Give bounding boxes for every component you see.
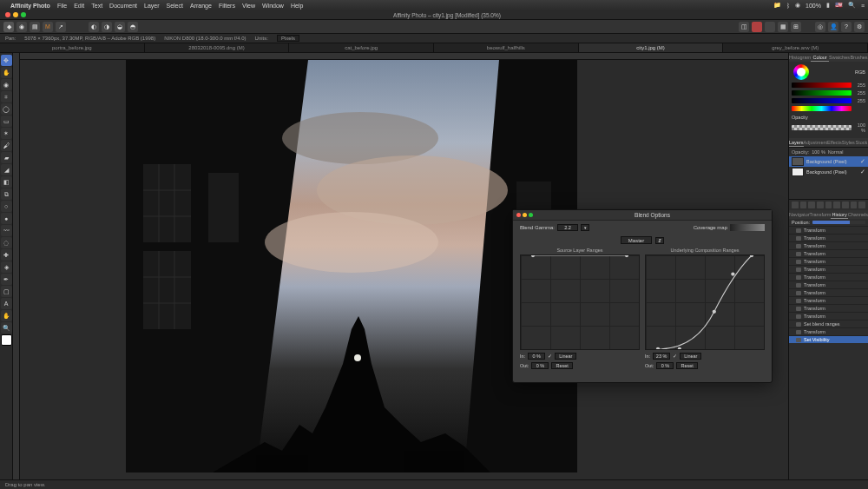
dialog-close-button[interactable]: [516, 213, 521, 217]
text-tool-icon[interactable]: A: [1, 298, 12, 309]
blend-gamma-input[interactable]: 2.2: [557, 224, 578, 231]
canvas-area[interactable]: Blend Options Blend Gamma: 2.2 ▾ Coverag…: [13, 53, 788, 479]
under-out-value[interactable]: 0 %: [656, 362, 674, 369]
history-item[interactable]: Transform: [789, 234, 868, 241]
mask-icon[interactable]: [792, 202, 799, 208]
tone-mapping-persona-icon[interactable]: M: [43, 22, 53, 32]
menu-document[interactable]: Document: [109, 3, 137, 9]
history-item[interactable]: Transform: [789, 257, 868, 265]
blur-tool-icon[interactable]: ◌: [1, 237, 12, 248]
history-item[interactable]: Transform: [789, 281, 868, 288]
context-units[interactable]: Pixels: [277, 35, 299, 42]
zoom-tool-icon[interactable]: 🔍: [1, 322, 12, 334]
menu-select[interactable]: Select: [167, 3, 183, 9]
tab-1[interactable]: 28032018-0095.dng (M): [145, 43, 290, 52]
src-in-value[interactable]: 0 %: [528, 353, 545, 360]
swatch-bg-icon[interactable]: [765, 22, 775, 32]
blend-options-dialog[interactable]: Blend Options Blend Gamma: 2.2 ▾ Coverag…: [512, 209, 773, 383]
pen-tool-icon[interactable]: ✒: [1, 274, 12, 285]
swatch-fg-icon[interactable]: [752, 22, 762, 32]
colour-swatch-icon[interactable]: [1, 334, 12, 346]
inpainting-tool-icon[interactable]: ◈: [1, 261, 12, 273]
blend-ranges-icon[interactable]: [851, 202, 858, 208]
tab-history[interactable]: History: [831, 210, 847, 219]
selection-brush-tool-icon[interactable]: ◯: [1, 103, 12, 115]
dialog-titlebar[interactable]: Blend Options: [513, 210, 772, 221]
history-item[interactable]: Transform: [789, 296, 868, 304]
export-persona-icon[interactable]: ↗: [56, 22, 66, 32]
app-name[interactable]: Affinity Photo: [10, 3, 50, 9]
colour-well-icon[interactable]: [793, 64, 809, 80]
group-icon[interactable]: [825, 202, 832, 208]
hue-slider[interactable]: [792, 106, 852, 111]
channel-master-select[interactable]: Master: [621, 236, 652, 244]
visibility-checkbox-icon[interactable]: ✓: [860, 169, 865, 175]
tab-4[interactable]: city1.jpg (M): [579, 43, 724, 52]
tab-5[interactable]: grey_before.arw (M): [723, 43, 868, 52]
history-item[interactable]: Transform: [789, 288, 868, 296]
account-icon[interactable]: 👤: [828, 22, 838, 32]
tab-adjustment[interactable]: Adjustment: [804, 138, 828, 147]
prefs-icon[interactable]: ⚙: [854, 22, 865, 32]
burn-tool-icon[interactable]: ●: [1, 213, 12, 224]
snap-icon[interactable]: ⊞: [791, 22, 801, 32]
history-item[interactable]: Transform: [789, 241, 868, 249]
paint-brush-tool-icon[interactable]: 🖌: [1, 140, 12, 151]
marquee-tool-icon[interactable]: ▭: [1, 116, 12, 127]
erase-tool-icon[interactable]: ◧: [1, 176, 12, 188]
healing-tool-icon[interactable]: ✚: [1, 249, 12, 261]
history-item[interactable]: Transform: [789, 265, 868, 273]
r-slider[interactable]: [792, 83, 852, 88]
history-item[interactable]: Transform: [789, 327, 868, 335]
move-tool-icon[interactable]: ✥: [1, 55, 12, 66]
photo-persona-icon[interactable]: ◆: [3, 22, 14, 32]
b-value[interactable]: 255: [853, 98, 865, 103]
visibility-checkbox-icon[interactable]: ✓: [860, 158, 865, 165]
autocontrast-icon[interactable]: ◑: [102, 22, 112, 32]
rectangle-tool-icon[interactable]: ▢: [1, 286, 12, 297]
history-item[interactable]: Transform: [789, 249, 868, 257]
tab-effects[interactable]: Effects: [827, 138, 842, 147]
history-item[interactable]: Set blend ranges: [789, 320, 868, 327]
help-icon[interactable]: ?: [841, 22, 852, 32]
underlying-ranges-grid[interactable]: [645, 254, 765, 350]
autocolours-icon[interactable]: ◒: [115, 22, 125, 32]
tab-navigator[interactable]: Navigator: [789, 210, 810, 219]
smudge-tool-icon[interactable]: 〰: [1, 225, 12, 236]
liquify-persona-icon[interactable]: ◉: [16, 22, 27, 32]
channel-stepper[interactable]: ⇵: [655, 237, 664, 244]
view-tool-icon[interactable]: ✋: [1, 67, 12, 78]
autolevels-icon[interactable]: ◐: [89, 22, 99, 32]
colour-mode[interactable]: RGB: [855, 69, 865, 75]
tab-histogram[interactable]: Histogram: [789, 53, 811, 62]
pan-tool-icon[interactable]: ✋: [1, 310, 12, 321]
under-in-value[interactable]: 23 %: [653, 353, 670, 360]
menu-window[interactable]: Window: [262, 3, 284, 9]
menu-edit[interactable]: Edit: [74, 3, 84, 9]
close-button[interactable]: [5, 12, 10, 17]
opacity-slider[interactable]: [792, 125, 852, 130]
src-in-mode[interactable]: Linear: [555, 353, 576, 360]
menu-text[interactable]: Text: [91, 3, 102, 9]
autowb-icon[interactable]: ◓: [128, 22, 138, 32]
bluetooth-icon[interactable]: ᛒ: [786, 3, 790, 9]
delete-layer-icon[interactable]: [842, 202, 849, 208]
tab-colour[interactable]: Colour: [811, 53, 829, 62]
menu-help[interactable]: Help: [291, 3, 303, 9]
wifi-icon[interactable]: ◉: [795, 2, 800, 9]
history-list[interactable]: TransformTransformTransformTransformTran…: [789, 226, 868, 479]
arrange-icon[interactable]: ◫: [739, 22, 749, 32]
fill-tool-icon[interactable]: ▰: [1, 152, 12, 163]
colour-picker-tool-icon[interactable]: ◉: [1, 79, 12, 90]
r-value[interactable]: 255: [853, 83, 865, 88]
menu-file[interactable]: File: [57, 3, 67, 9]
history-item[interactable]: Transform: [789, 226, 868, 234]
tab-2[interactable]: cat_before.jpg: [289, 43, 434, 52]
layer-opacity-value[interactable]: 100 %: [812, 149, 825, 155]
opacity-value[interactable]: 100 %: [853, 122, 865, 133]
history-item[interactable]: Transform: [789, 312, 868, 320]
crop-tool-icon[interactable]: ⌗: [1, 91, 12, 102]
clone-tool-icon[interactable]: ⧉: [1, 188, 12, 200]
tab-3[interactable]: beowulf_halfhills: [434, 43, 579, 52]
spotlight-icon[interactable]: 🔍: [848, 2, 856, 9]
